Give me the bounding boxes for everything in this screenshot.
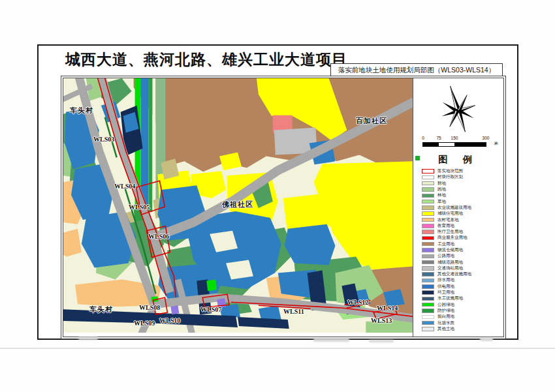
legend-item: 防护绿地 [422, 308, 503, 314]
legend-item: 林地 [422, 192, 503, 198]
legend-item: 公路用地 [422, 253, 503, 259]
legend-swatch [422, 181, 434, 186]
legend-item-label: 草地 [437, 199, 446, 205]
legend-item-label: 公路用地 [437, 253, 454, 259]
legend-swatch [422, 284, 434, 289]
legend-item-label: 教育用地 [437, 223, 454, 229]
legend-swatch [422, 279, 434, 283]
map-label: WLS13 [371, 317, 392, 324]
legend-item-label: 城镇道路用地 [437, 260, 463, 265]
legend-swatch [422, 260, 434, 265]
map-label: WLS10 [159, 317, 180, 324]
legend-item-label: 坑塘水面 [437, 320, 454, 326]
scalebar-unit: 米 [494, 141, 499, 147]
legend-swatch [422, 224, 434, 228]
legend-swatch [422, 321, 434, 325]
map-frame: 车头村WLS03WLS04WLS05WLS06百加社区佛祖社区车头村WLS08W… [61, 76, 506, 339]
legend-item: 村级行政区划 [422, 174, 503, 180]
legend-mini-icon [415, 156, 420, 160]
legend-item: 坑塘水面 [422, 320, 503, 325]
legend-swatch [422, 169, 434, 173]
legend-swatch [422, 248, 434, 252]
scalebar-ticks: 075150300 [422, 136, 490, 142]
legend-item: 医疗卫生用地 [422, 229, 503, 235]
map-label: WLS05 [129, 204, 150, 211]
legend-item: 排水用地 [422, 277, 503, 283]
map-subtitle: 落实前地块土地使用规划局部图（WLS03-WLS14） [330, 63, 503, 76]
scalebar-bar [422, 142, 486, 147]
legend-item-label: 村级行政区划 [437, 174, 463, 180]
legend-item-label: 环卫用地 [437, 290, 454, 295]
legend-item-label: 交通场站用地 [437, 265, 463, 271]
legend-item: 农业设施建设用地 [422, 205, 503, 211]
legend-item: 水工设施用地 [422, 295, 503, 301]
legend-item: 农村宅基地 [422, 217, 503, 222]
legend-item-label: 农业设施建设用地 [437, 205, 471, 211]
legend-swatch [422, 200, 434, 204]
legend-swatch [422, 187, 434, 192]
legend-item-label: 园地 [437, 187, 446, 192]
legend-item-label: 医疗卫生用地 [437, 229, 463, 235]
legend-item-label: 其他交通设施用地 [437, 271, 471, 277]
legend-item-label: 供电用地 [437, 284, 454, 290]
map-label: WLS08 [139, 304, 160, 311]
legend-item: 留白用地 [422, 314, 503, 320]
scan-artifact-line [0, 348, 555, 349]
legend-item-label: 农村宅基地 [437, 217, 459, 223]
legend-item-label: 物流仓储用地 [437, 247, 463, 253]
map-label: 百加社区 [356, 116, 387, 126]
map-canvas: 车头村WLS03WLS04WLS05WLS06百加社区佛祖社区车头村WLS08W… [63, 78, 413, 334]
scalebar-tick: 75 [436, 136, 441, 140]
legend-item: 其他交通设施用地 [422, 271, 503, 277]
legend-item-label: 留白用地 [437, 314, 454, 320]
legend-item: 工业用地 [422, 241, 503, 247]
legend-header-text: 图 例 [438, 155, 479, 164]
legend-swatch [422, 303, 434, 307]
legend-item: 其他土地 [422, 326, 503, 332]
scan-smudge [313, 339, 349, 342]
legend-item: 物流仓储用地 [422, 247, 503, 253]
legend-swatch [422, 290, 434, 295]
legend-item: 落实地块范围 [422, 168, 503, 174]
legend-panel: 075150300 米 图 例 落实地块范围村级行政区划耕地园地林地草地农业设施… [413, 78, 503, 337]
legend-item: 园地 [422, 187, 503, 192]
legend-swatch [422, 272, 434, 277]
map-frame-inner: 车头村WLS03WLS04WLS05WLS06百加社区佛祖社区车头村WLS08W… [63, 78, 504, 337]
legend-header: 图 例 [413, 154, 503, 166]
legend-item: 耕地 [422, 181, 503, 187]
compass-rose-icon [436, 83, 481, 134]
legend-swatch [422, 327, 434, 331]
legend-item: 城镇住宅用地 [422, 211, 503, 217]
legend-item-label: 排水用地 [437, 277, 454, 283]
legend-swatch [422, 230, 434, 234]
legend-swatch [422, 236, 434, 241]
legend-swatch [422, 211, 434, 216]
map-label: WLS03 [93, 136, 114, 143]
map-label: WLS14 [377, 305, 398, 312]
legend-item: 供电用地 [422, 284, 503, 290]
legend-item-label: 城镇住宅用地 [437, 211, 463, 217]
legend-item-label: 防护绿地 [437, 308, 454, 314]
scalebar-tick: 300 [483, 136, 490, 140]
map-label: WLS12 [347, 299, 368, 306]
map-label: WLS11 [283, 308, 304, 315]
legend-swatch [422, 175, 434, 180]
map-label: 车头村 [70, 106, 93, 115]
legend-swatch [422, 194, 434, 198]
legend-item: 公园绿地 [422, 302, 503, 308]
legend-item-label: 水工设施用地 [437, 295, 463, 301]
legend-swatch [422, 266, 434, 271]
legend-item: 城镇道路用地 [422, 259, 503, 265]
legend-swatch [422, 254, 434, 259]
scalebar-tick: 0 [422, 136, 424, 140]
map-label: WLS04 [114, 183, 135, 190]
legend-swatch [422, 205, 434, 210]
legend-item-label: 工业用地 [437, 241, 454, 247]
legend-item-label: 公园绿地 [437, 302, 454, 308]
legend-swatch [422, 297, 434, 301]
legend-item: 草地 [422, 198, 503, 204]
legend-items: 落实地块范围村级行政区划耕地园地林地草地农业设施建设用地城镇住宅用地农村宅基地教… [422, 168, 503, 332]
legend-item: 环卫用地 [422, 290, 503, 295]
legend-item: 交通场站用地 [422, 265, 503, 271]
legend-item-label: 其他土地 [437, 326, 454, 332]
